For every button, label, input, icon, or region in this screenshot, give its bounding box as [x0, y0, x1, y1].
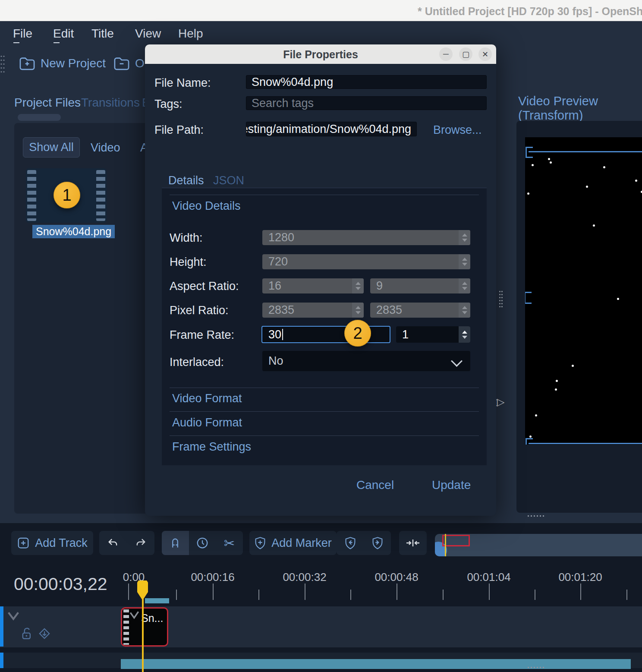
razor-tool-button[interactable]: ✂: [216, 531, 243, 555]
aspect-y-spinner: [459, 278, 470, 293]
track-color-indicator: [0, 606, 3, 647]
menu-title[interactable]: Title: [91, 27, 114, 41]
add-track-icon: [17, 536, 30, 549]
timeline-horizontal-scrollbar[interactable]: [121, 659, 631, 669]
file-name-input[interactable]: Snow%04d.png: [246, 75, 487, 89]
toolbar-drag-handle[interactable]: [0, 54, 6, 74]
transform-handle-mid-left[interactable]: [525, 292, 532, 304]
transform-handle-bottom-left[interactable]: [526, 438, 533, 445]
tab-project-files[interactable]: Project Files: [14, 96, 81, 110]
add-marker-button[interactable]: Add Marker: [249, 531, 337, 555]
frame-rate-denominator-input[interactable]: 1: [396, 326, 470, 343]
close-button[interactable]: ✕: [478, 47, 492, 61]
scissors-icon: ✂: [224, 536, 235, 551]
menu-file[interactable]: File: [13, 27, 32, 41]
track-row-5: Track 5: [0, 606, 642, 647]
frame-rate-label: Frame Rate:: [170, 328, 234, 342]
annotation-1-number: 1: [62, 186, 71, 205]
clip-check-icon: [129, 610, 140, 621]
edit-tools-group: ✂: [162, 531, 243, 555]
previous-marker-button[interactable]: [337, 531, 364, 555]
undo-button[interactable]: [99, 531, 127, 555]
preview-video-area[interactable]: [525, 137, 642, 445]
files-search-input[interactable]: [18, 114, 61, 121]
clip-label: Sn...: [141, 612, 163, 625]
video-details-header: Video Details: [172, 199, 241, 213]
filter-show-all-label: Show All: [29, 141, 74, 154]
transform-bottom-edge[interactable]: [529, 443, 642, 444]
transform-handle-top-left[interactable]: [526, 147, 533, 158]
frame-rate-denominator-value: 1: [402, 328, 409, 341]
ruler-label-1: 00:00:16: [191, 571, 234, 584]
os-titlebar: * Untitled Project [HD 720p 30 fps] - Op…: [0, 0, 642, 21]
new-project-button[interactable]: New Project: [19, 54, 106, 73]
tags-input[interactable]: Search tags: [246, 96, 487, 110]
maximize-button[interactable]: ▢: [459, 47, 472, 61]
center-playhead-button[interactable]: [399, 531, 427, 555]
width-spinbox: 1280: [262, 230, 470, 245]
interlaced-value: No: [268, 354, 283, 368]
minimize-button[interactable]: ─: [439, 47, 453, 61]
lock-open-icon[interactable]: [20, 626, 34, 641]
file-mnemonic-underline: [13, 42, 19, 43]
menu-view[interactable]: View: [135, 27, 161, 41]
interlaced-dropdown[interactable]: No: [262, 351, 470, 371]
filmstrip-right-sprockets: [96, 170, 105, 221]
tab-details[interactable]: Details: [168, 174, 204, 187]
vertical-splitter-handle[interactable]: [499, 290, 503, 307]
frame-rate-spinner[interactable]: [459, 326, 470, 343]
track-collapse-chevron[interactable]: [7, 611, 20, 622]
menu-edit[interactable]: Edit: [53, 27, 74, 41]
width-value: 1280: [268, 231, 294, 244]
edit-mnemonic-underline: [54, 42, 60, 43]
menu-help[interactable]: Help: [178, 27, 203, 41]
pixel-x-spinner: [352, 303, 364, 318]
zoom-playhead-line: [445, 534, 446, 556]
window-title: * Untitled Project [HD 720p 30 fps] - Op…: [418, 5, 642, 18]
pixel-x-value: 2835: [268, 303, 294, 317]
video-format-section[interactable]: Video Format: [172, 392, 242, 405]
timeline-clip-snow[interactable]: Sn...: [121, 607, 168, 647]
filter-show-all-button[interactable]: Show All: [23, 137, 80, 158]
file-path-input[interactable]: hot-testing/animation/Snow%04d.png: [246, 122, 417, 136]
snap-toggle-button[interactable]: [162, 531, 189, 555]
tab-transitions[interactable]: Transitions: [81, 96, 140, 110]
frame-settings-section[interactable]: Frame Settings: [172, 440, 251, 454]
tab-json[interactable]: JSON: [213, 174, 244, 187]
add-track-label: Add Track: [35, 536, 88, 550]
pixel-x-spinbox: 2835: [262, 303, 364, 318]
update-button[interactable]: Update: [432, 478, 471, 492]
clock-icon: [196, 536, 209, 549]
marker-nav-group: [337, 531, 391, 555]
pixel-ratio-label: Pixel Ratio:: [170, 304, 229, 317]
add-marker-label: Add Marker: [271, 536, 332, 550]
playhead-timecode: 00:00:03,22: [14, 574, 107, 594]
file-name-label-selected[interactable]: Snow%04d.png: [32, 225, 115, 238]
divider: [170, 411, 479, 412]
next-marker-button[interactable]: [364, 531, 391, 555]
ruler-label-3: 00:00:48: [374, 571, 418, 584]
divider: [170, 435, 479, 436]
filter-video-button[interactable]: Video: [91, 141, 120, 155]
browse-button[interactable]: Browse...: [433, 123, 482, 137]
audio-format-section[interactable]: Audio Format: [172, 416, 242, 429]
file-path-value: hot-testing/animation/Snow%04d.png: [246, 123, 411, 136]
divider: [170, 388, 479, 388]
annotation-2-number: 2: [353, 324, 362, 343]
fade-diamond-icon[interactable]: [37, 626, 52, 641]
details-pane: Video Details Width: 1280 Height: 720 As…: [162, 188, 487, 465]
cancel-button[interactable]: Cancel: [356, 478, 394, 492]
timeline-resize-handle[interactable]: [527, 666, 544, 669]
frame-rate-numerator-input[interactable]: 30: [261, 326, 390, 343]
add-track-button[interactable]: Add Track: [11, 531, 93, 555]
filmstrip-left-sprockets: [27, 170, 36, 221]
zoom-viewport-rect[interactable]: [442, 535, 470, 546]
timeline-clock-button[interactable]: [189, 531, 216, 555]
height-spinner: [459, 254, 470, 269]
transform-top-edge[interactable]: [529, 151, 642, 152]
dialog-titlebar[interactable]: File Properties ─ ▢ ✕: [145, 44, 496, 64]
timeline-zoom-overview[interactable]: [435, 534, 642, 556]
preview-resize-handle[interactable]: [527, 515, 544, 517]
frame-rate-numerator-value: 30: [268, 328, 281, 341]
redo-button[interactable]: [127, 531, 154, 555]
